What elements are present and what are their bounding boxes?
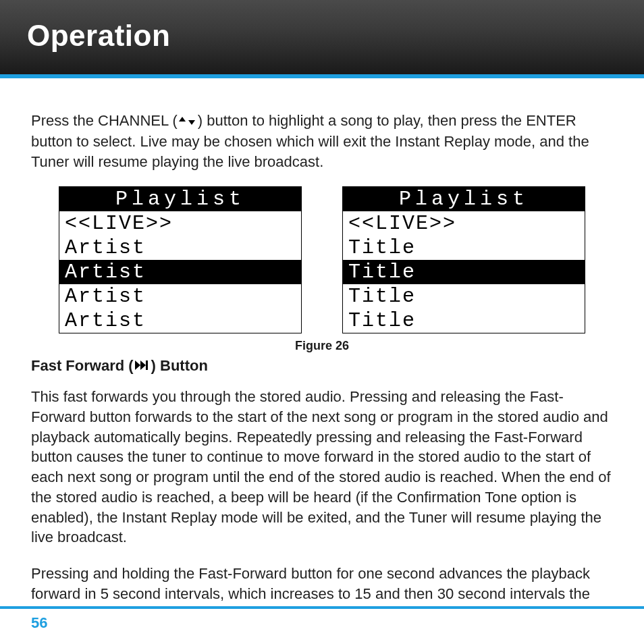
lcd-row: Artist xyxy=(59,284,301,308)
lcd-row: Artist xyxy=(59,236,301,260)
heading-post: ) Button xyxy=(151,357,208,375)
lcd-screen-right: Playlist <<LIVE>> Title Title Title Titl… xyxy=(342,186,585,333)
lcd-header-right: Playlist xyxy=(343,187,585,211)
ff-paragraph-1: This fast forwards you through the store… xyxy=(31,387,613,547)
section-heading-fast-forward: Fast Forward () Button xyxy=(31,357,613,375)
lcd-row: Artist xyxy=(59,308,301,333)
page-title: Operation xyxy=(27,19,617,53)
lcd-header-left: Playlist xyxy=(59,187,301,211)
svg-marker-0 xyxy=(179,117,186,122)
svg-marker-3 xyxy=(140,360,146,370)
page-number: 56 xyxy=(31,614,47,631)
lcd-row: Title xyxy=(343,236,585,260)
page-footer: 56 xyxy=(0,606,644,644)
page-header: Operation xyxy=(0,0,644,74)
lcd-row: <<LIVE>> xyxy=(59,211,301,236)
figure-caption: Figure 26 xyxy=(31,339,613,353)
svg-rect-4 xyxy=(146,360,148,370)
lcd-row: <<LIVE>> xyxy=(343,211,585,236)
intro-text-pre: Press the CHANNEL ( xyxy=(31,112,178,129)
lcd-row-selected: Title xyxy=(343,260,585,284)
lcd-row-selected: Artist xyxy=(59,260,301,284)
page-content: Press the CHANNEL () button to highlight… xyxy=(0,78,644,624)
lcd-row: Title xyxy=(343,308,585,333)
svg-marker-2 xyxy=(135,360,140,370)
lcd-row: Title xyxy=(343,284,585,308)
fast-forward-icon xyxy=(135,357,150,375)
heading-pre: Fast Forward ( xyxy=(31,357,134,375)
intro-paragraph: Press the CHANNEL () button to highlight… xyxy=(31,111,613,171)
up-down-icon xyxy=(178,111,198,132)
lcd-screen-left: Playlist <<LIVE>> Artist Artist Artist A… xyxy=(59,186,302,333)
svg-marker-1 xyxy=(188,120,195,125)
figure-26: Playlist <<LIVE>> Artist Artist Artist A… xyxy=(31,186,613,333)
